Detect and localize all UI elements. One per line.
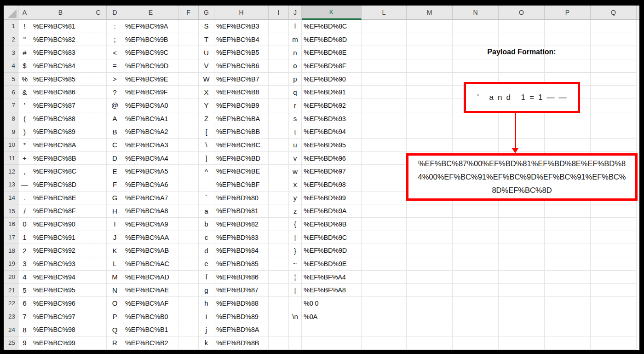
cell-M17[interactable]: [407, 231, 453, 244]
cell-A18[interactable]: 2: [18, 244, 31, 257]
cell-D7[interactable]: @: [107, 99, 123, 112]
cell-L22[interactable]: [362, 297, 407, 310]
cell-G13[interactable]: _: [199, 178, 214, 192]
cell-L6[interactable]: [362, 86, 407, 99]
cell-P5[interactable]: [545, 73, 591, 86]
cell-M23[interactable]: [407, 310, 453, 324]
cell-D16[interactable]: I: [107, 218, 123, 231]
select-all-corner[interactable]: [4, 6, 18, 20]
row-header-8[interactable]: 8: [4, 112, 18, 126]
cell-L19[interactable]: [362, 257, 407, 271]
cell-Q22[interactable]: [591, 297, 637, 310]
row-header-1[interactable]: 1: [4, 20, 18, 33]
cell-K13[interactable]: %EF%BD%98: [302, 178, 362, 192]
cell-F18[interactable]: [178, 244, 199, 257]
cell-E2[interactable]: %EF%BC%9B: [123, 33, 178, 46]
cell-K14[interactable]: %EF%BD%99: [302, 192, 362, 205]
cell-H21[interactable]: %EF%BD%87: [214, 284, 269, 297]
cell-Q12[interactable]: [591, 165, 637, 178]
cell-A25[interactable]: 9: [18, 337, 31, 350]
cell-H3[interactable]: %EF%BC%B5: [214, 46, 269, 59]
cell-M10[interactable]: [407, 139, 453, 152]
cell-I12[interactable]: [269, 165, 289, 178]
cell-M18[interactable]: [407, 244, 453, 257]
cell-J15[interactable]: z: [289, 204, 302, 218]
cell-B20[interactable]: %EF%BC%94: [31, 271, 90, 284]
cell-F24[interactable]: [178, 323, 199, 337]
cell-G11[interactable]: ]: [199, 152, 214, 165]
column-header-B[interactable]: B: [31, 6, 90, 20]
column-header-E[interactable]: E: [123, 6, 178, 20]
cell-A10[interactable]: *: [18, 139, 31, 152]
row-header-14[interactable]: 14: [4, 192, 18, 205]
cell-Q11[interactable]: [591, 152, 637, 165]
cell-J16[interactable]: {: [289, 218, 302, 231]
cell-M9[interactable]: [407, 125, 453, 139]
cell-Q19[interactable]: [591, 257, 637, 271]
cell-L23[interactable]: [362, 310, 407, 324]
cell-O25[interactable]: [499, 337, 545, 350]
cell-G14[interactable]: `: [199, 192, 214, 205]
row-header-17[interactable]: 17: [4, 231, 18, 244]
cell-D4[interactable]: =: [107, 59, 123, 73]
cell-Q10[interactable]: [591, 139, 637, 152]
cell-K15[interactable]: %EF%BD%9A: [302, 204, 362, 218]
cell-E10[interactable]: %EF%BC%A3: [123, 139, 178, 152]
cell-C5[interactable]: [90, 73, 107, 86]
cell-G2[interactable]: T: [199, 33, 214, 46]
cell-N16[interactable]: [453, 218, 499, 231]
cell-O9[interactable]: [499, 125, 545, 139]
cell-E19[interactable]: %EF%BC%AC: [123, 257, 178, 271]
cell-O2[interactable]: [499, 33, 545, 46]
cell-B19[interactable]: %EF%BC%93: [31, 257, 90, 271]
cell-D21[interactable]: N: [107, 284, 123, 297]
cell-F17[interactable]: [178, 231, 199, 244]
cell-L4[interactable]: [362, 59, 407, 73]
cell-E20[interactable]: %EF%BC%AD: [123, 271, 178, 284]
cell-L10[interactable]: [362, 139, 407, 152]
column-header-J[interactable]: J: [289, 6, 302, 20]
cell-J5[interactable]: p: [289, 73, 302, 86]
cell-M16[interactable]: [407, 218, 453, 231]
cell-E15[interactable]: %EF%BC%A8: [123, 204, 178, 218]
cell-Q13[interactable]: [591, 178, 637, 192]
cell-G7[interactable]: Y: [199, 99, 214, 112]
cell-P11[interactable]: [545, 152, 591, 165]
cell-M14[interactable]: [407, 192, 453, 205]
cell-O19[interactable]: [499, 257, 545, 271]
cell-I24[interactable]: [269, 323, 289, 337]
cell-K3[interactable]: %EF%BD%8E: [302, 46, 362, 59]
cell-C2[interactable]: [90, 33, 107, 46]
cell-A13[interactable]: —: [18, 178, 31, 192]
cell-Q8[interactable]: [591, 112, 637, 126]
cell-A6[interactable]: &: [18, 86, 31, 99]
cell-E22[interactable]: %EF%BC%AF: [123, 297, 178, 310]
cell-H17[interactable]: %EF%BD%83: [214, 231, 269, 244]
cell-I1[interactable]: [269, 20, 289, 33]
row-header-9[interactable]: 9: [4, 125, 18, 139]
cell-J6[interactable]: q: [289, 86, 302, 99]
cell-G4[interactable]: V: [199, 59, 214, 73]
cell-N11[interactable]: [453, 152, 499, 165]
cell-F3[interactable]: [178, 46, 199, 59]
cell-K5[interactable]: %EF%BD%90: [302, 73, 362, 86]
cell-D6[interactable]: ?: [107, 86, 123, 99]
cell-K19[interactable]: %EF%BD%9E: [302, 257, 362, 271]
cell-B11[interactable]: %EF%BC%8B: [31, 152, 90, 165]
cell-O14[interactable]: [499, 192, 545, 205]
cell-H9[interactable]: %EF%BC%BB: [214, 125, 269, 139]
cell-M5[interactable]: [407, 73, 453, 86]
cell-N9[interactable]: [453, 125, 499, 139]
cell-L24[interactable]: [362, 323, 407, 337]
cell-B25[interactable]: %EF%BC%99: [31, 337, 90, 350]
cell-N2[interactable]: [453, 33, 499, 46]
cell-O3[interactable]: [499, 46, 545, 59]
row-header-15[interactable]: 15: [4, 204, 18, 218]
cell-I15[interactable]: [269, 204, 289, 218]
cell-I13[interactable]: [269, 178, 289, 192]
cell-B9[interactable]: %EF%BC%89: [31, 125, 90, 139]
cell-D5[interactable]: >: [107, 73, 123, 86]
cell-K6[interactable]: %EF%BD%91: [302, 86, 362, 99]
cell-G21[interactable]: g: [199, 284, 214, 297]
cell-O22[interactable]: [499, 297, 545, 310]
